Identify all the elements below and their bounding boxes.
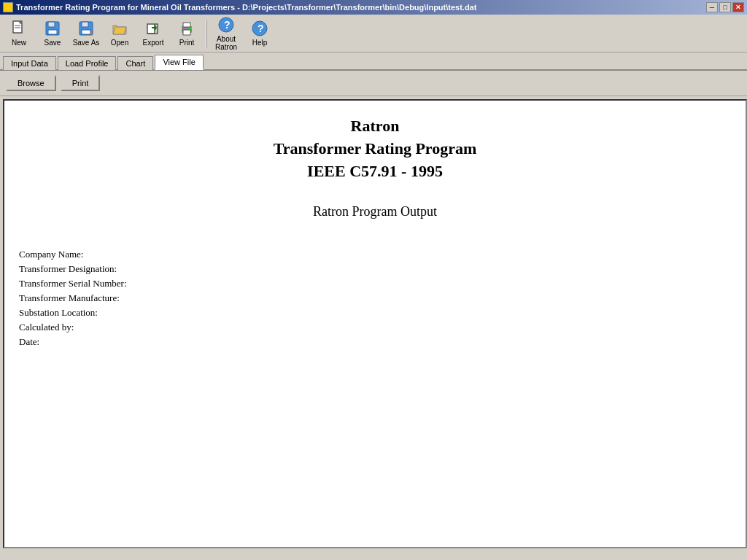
print-button[interactable]: Print bbox=[171, 17, 203, 50]
substation-location-field: Substation Location: bbox=[19, 307, 731, 319]
title-bar-left: ⚡ Transformer Rating Program for Mineral… bbox=[3, 2, 476, 12]
title-bar-text: Transformer Rating Program for Mineral O… bbox=[16, 3, 476, 12]
minimize-button[interactable]: ─ bbox=[706, 2, 718, 12]
tab-load-profile[interactable]: Load Profile bbox=[58, 56, 117, 70]
print-action-button[interactable]: Print bbox=[61, 75, 101, 91]
svg-text:?: ? bbox=[258, 23, 264, 34]
calculated-by-field: Calculated by: bbox=[19, 322, 731, 333]
tab-input-data[interactable]: Input Data bbox=[3, 56, 56, 70]
document-view[interactable]: Ratron Transformer Rating Program IEEE C… bbox=[3, 99, 747, 548]
export-icon bbox=[144, 20, 162, 37]
new-button[interactable]: New bbox=[3, 17, 35, 50]
toolbar: New Save + Save As bbox=[0, 15, 747, 52]
about-icon: ? bbox=[217, 16, 235, 34]
close-button[interactable]: ✕ bbox=[732, 2, 744, 12]
tabs: Input Data Load Profile Chart View File bbox=[0, 52, 747, 71]
content-wrapper: Ratron Transformer Rating Program IEEE C… bbox=[0, 96, 747, 551]
transformer-serial-field: Transformer Serial Number: bbox=[19, 278, 731, 289]
date-field: Date: bbox=[19, 336, 731, 348]
save-button[interactable]: Save bbox=[36, 17, 69, 50]
transformer-designation-field: Transformer Designation: bbox=[19, 263, 731, 275]
save-as-icon: + bbox=[77, 20, 95, 37]
save-icon bbox=[44, 20, 61, 37]
title-bar-buttons[interactable]: ─ □ ✕ bbox=[706, 2, 744, 12]
print-icon bbox=[178, 20, 196, 37]
svg-point-16 bbox=[190, 28, 192, 30]
save-as-button[interactable]: + Save As bbox=[70, 17, 102, 50]
svg-rect-14 bbox=[183, 23, 190, 27]
svg-rect-15 bbox=[183, 30, 190, 35]
tab-view-file[interactable]: View File bbox=[155, 55, 203, 70]
svg-text:+: + bbox=[89, 31, 93, 37]
open-button[interactable]: Open bbox=[104, 17, 136, 50]
browse-button[interactable]: Browse bbox=[6, 75, 56, 91]
help-button[interactable]: ? Help bbox=[244, 17, 276, 50]
new-icon bbox=[10, 20, 28, 37]
action-bar: Browse Print bbox=[0, 71, 747, 96]
app-icon: ⚡ bbox=[3, 2, 13, 12]
help-icon: ? bbox=[251, 20, 268, 37]
toolbar-separator bbox=[206, 20, 207, 47]
svg-rect-5 bbox=[48, 22, 55, 27]
svg-rect-11 bbox=[147, 24, 155, 34]
svg-text:?: ? bbox=[224, 19, 231, 31]
svg-rect-8 bbox=[82, 22, 88, 27]
maximize-button[interactable]: □ bbox=[719, 2, 731, 12]
open-icon bbox=[111, 20, 128, 37]
svg-rect-6 bbox=[48, 30, 57, 34]
about-button[interactable]: ? About Ratron bbox=[210, 17, 242, 50]
transformer-manufacture-field: Transformer Manufacture: bbox=[19, 292, 731, 304]
tab-chart[interactable]: Chart bbox=[117, 56, 153, 70]
document-title: Ratron Transformer Rating Program IEEE C… bbox=[19, 115, 731, 182]
export-button[interactable]: Export bbox=[137, 17, 169, 50]
company-name-field: Company Name: bbox=[19, 249, 731, 260]
document-subtitle: Ratron Program Output bbox=[19, 204, 731, 219]
title-bar: ⚡ Transformer Rating Program for Mineral… bbox=[0, 0, 747, 15]
